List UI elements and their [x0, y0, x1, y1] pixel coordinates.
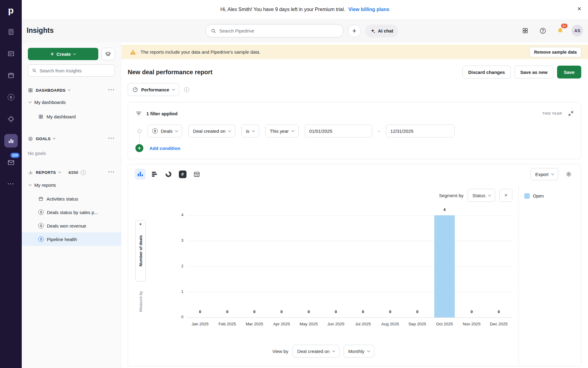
insights-icon[interactable]	[4, 134, 18, 148]
settings-gear-icon[interactable]	[563, 169, 574, 180]
section-goals[interactable]: GOALS	[28, 134, 115, 144]
global-search[interactable]	[205, 24, 344, 37]
bar-value-label: 0	[302, 309, 315, 314]
condition-node	[138, 129, 141, 133]
chart-type-column-icon[interactable]	[135, 169, 146, 180]
no-goals-label: No goals	[28, 151, 46, 156]
report-item-deals-won-revenue[interactable]: Deals won revenue	[28, 219, 115, 232]
x-axis-label: Mar 2025	[241, 322, 268, 326]
filter-icon	[135, 110, 142, 117]
segment-dropdown[interactable]: Status	[468, 189, 495, 202]
help-icon[interactable]	[537, 25, 549, 37]
remove-sample-data-button[interactable]: Remove sample data	[530, 47, 581, 57]
dashboards-more-icon[interactable]	[108, 88, 115, 93]
entity-dropdown[interactable]: Deals	[148, 125, 182, 137]
section-reports[interactable]: REPORTS 4/250	[28, 167, 115, 177]
marketplace-icon[interactable]	[519, 25, 531, 37]
group-my-reports[interactable]: My reports	[28, 179, 115, 191]
avatar[interactable]: AS	[571, 25, 583, 36]
collapse-icon[interactable]	[567, 110, 574, 117]
trial-message: Hi, Alex Smith! You have 9 days left in …	[221, 7, 345, 12]
field-dropdown[interactable]: Deal created on	[188, 125, 235, 137]
chart-type-number-icon[interactable]	[177, 169, 188, 180]
graduation-cap-icon	[105, 51, 111, 57]
save-button[interactable]: Save	[557, 66, 581, 79]
expand-right-icon	[140, 223, 142, 225]
remove-segment-icon[interactable]	[499, 189, 512, 202]
x-axis-label: Oct 2025	[431, 322, 458, 326]
y-tick-label: 2	[174, 264, 183, 268]
chevron-down-icon	[53, 137, 55, 139]
chart-bar[interactable]	[434, 215, 455, 317]
main-content: The reports include your data and Pipedr…	[122, 42, 588, 368]
app-header: Insights AI chat 1+ AS	[22, 19, 588, 42]
search-input[interactable]	[219, 28, 338, 33]
trial-banner: Hi, Alex Smith! You have 9 days left in …	[22, 0, 588, 19]
gridline	[187, 241, 512, 241]
billing-plans-link[interactable]: View billing plans	[348, 7, 389, 12]
sidebar-search[interactable]	[28, 64, 115, 77]
page-title: Insights	[27, 26, 54, 35]
dashboards-header: DASHBOARDS	[36, 88, 66, 93]
chevron-down-icon	[551, 172, 554, 175]
info-icon[interactable]	[184, 87, 189, 92]
chevron-down-icon	[488, 193, 491, 196]
goals-more-icon[interactable]	[108, 136, 115, 141]
date-from-field[interactable]	[305, 125, 372, 137]
gauge-icon	[132, 87, 138, 93]
group-label: My reports	[34, 182, 56, 188]
add-condition-link[interactable]: Add condition	[149, 146, 180, 151]
report-type-dropdown[interactable]: Performance	[128, 83, 179, 96]
measure-selector[interactable]: Number of deals	[135, 220, 146, 282]
x-axis-label: Feb 2025	[213, 322, 241, 326]
info-icon[interactable]	[81, 170, 86, 175]
view-by-field-dropdown[interactable]: Deal created on	[292, 345, 339, 358]
mail-count-badge: 124	[10, 153, 20, 158]
close-icon[interactable]	[577, 6, 581, 12]
item-label: Activities status	[47, 196, 78, 201]
export-label: Export	[535, 172, 548, 177]
reports-more-icon[interactable]	[108, 170, 115, 175]
mail-icon[interactable]: 124	[4, 156, 18, 169]
chart-type-table-icon[interactable]	[191, 169, 202, 180]
save-as-new-button[interactable]: Save as new	[514, 66, 553, 79]
section-dashboards[interactable]: DASHBOARDS	[28, 85, 115, 95]
legend-item[interactable]: Open	[524, 193, 575, 199]
leads-icon[interactable]	[4, 112, 18, 126]
group-my-dashboards[interactable]: My dashboards	[28, 96, 115, 108]
notes-icon[interactable]	[4, 25, 18, 39]
create-button[interactable]: Create	[28, 48, 98, 60]
value-dropdown[interactable]: This year	[265, 125, 299, 137]
reports-count: 4/250	[68, 170, 78, 175]
chart-type-bar-icon[interactable]	[149, 169, 160, 180]
report-item-activities-status[interactable]: Activities status	[28, 192, 115, 205]
sidebar-item-my-dashboard[interactable]: My dashboard	[28, 110, 115, 123]
academy-button[interactable]	[101, 48, 115, 60]
notifications-bell-icon[interactable]: 1+	[554, 25, 566, 37]
filter-panel: 1 filter applied THIS YEAR Deals Deal cr…	[128, 102, 581, 159]
x-axis-label: Dec 2025	[485, 322, 513, 326]
segment-value: Status	[472, 193, 485, 198]
campaigns-icon[interactable]	[4, 47, 18, 60]
operator-label: is	[246, 128, 249, 134]
pipedrive-logo[interactable]: p	[4, 4, 18, 17]
sidebar-search-input[interactable]	[40, 68, 111, 73]
more-icon[interactable]	[4, 178, 18, 191]
ai-chat-button[interactable]: AI chat	[365, 25, 398, 37]
chevron-down-icon	[332, 349, 335, 352]
deals-icon[interactable]	[4, 90, 18, 104]
chart-type-pie-icon[interactable]	[163, 169, 174, 180]
discard-changes-button[interactable]: Discard changes	[462, 66, 511, 79]
goals-header: GOALS	[36, 136, 51, 141]
date-to-field[interactable]	[386, 125, 454, 137]
chevron-down-icon	[291, 129, 294, 132]
activities-calendar-icon[interactable]	[4, 69, 18, 82]
ai-chat-label: AI chat	[378, 28, 393, 33]
add-condition-plus-icon[interactable]	[135, 144, 143, 152]
view-by-interval-dropdown[interactable]: Monthly	[344, 345, 374, 358]
report-item-pipeline-health[interactable]: Pipeline health	[22, 232, 121, 246]
export-dropdown[interactable]: Export	[531, 168, 558, 180]
quick-add-button[interactable]	[348, 25, 361, 37]
operator-dropdown[interactable]: is	[241, 125, 259, 137]
report-item-deals-status[interactable]: Deals status by sales p...	[28, 205, 115, 219]
